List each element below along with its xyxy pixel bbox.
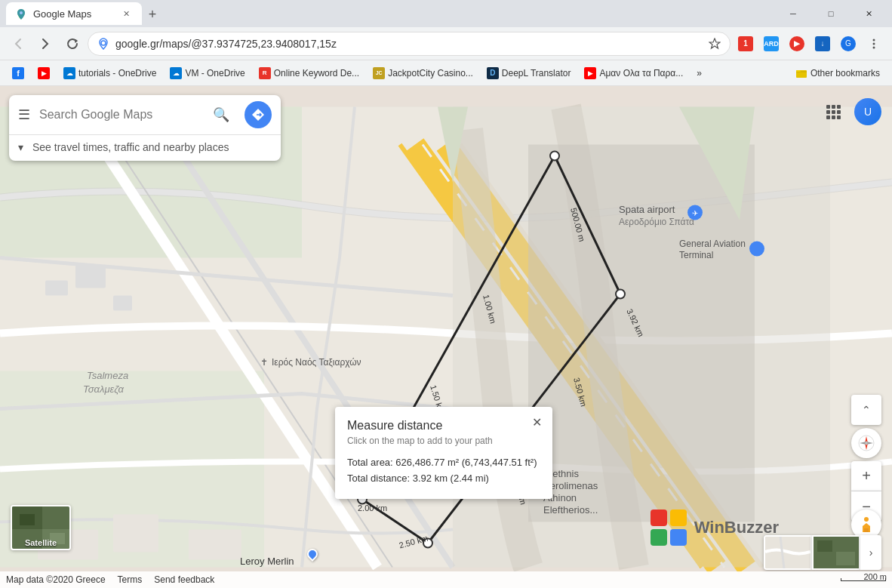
distance-label: Total distance:: [347, 473, 410, 484]
travel-times-row[interactable]: ▾ See travel times, traffic and nearby p…: [9, 134, 281, 161]
bookmark-deepl-label: DeepL Translator: [502, 68, 571, 79]
tab-bar: Google Maps ✕ +: [6, 2, 770, 25]
window-controls: ─ □ ✕: [776, 0, 886, 27]
back-button[interactable]: [6, 32, 30, 56]
star-icon: [709, 38, 721, 50]
send-feedback[interactable]: Send feedback: [154, 574, 214, 585]
zoom-in-button[interactable]: +: [851, 461, 881, 491]
svg-text:✝: ✝: [260, 357, 268, 368]
bookmark-facebook[interactable]: f: [6, 64, 30, 82]
bookmark-keyword[interactable]: R Online Keyword De...: [253, 64, 365, 82]
pegman-icon: [857, 516, 875, 534]
forward-button[interactable]: [33, 32, 57, 56]
search-panel: ☰ 🔍 ▾ See travel times, traffic and near…: [9, 95, 281, 161]
status-right: 200 m: [841, 578, 886, 581]
close-button[interactable]: ✕: [851, 0, 886, 27]
measure-popup: ✕ Measure distance Click on the map to a…: [335, 407, 552, 499]
bookmark-more[interactable]: »: [691, 65, 708, 82]
bookmark-onedrive1-label: tutorials - OneDrive: [78, 68, 156, 79]
maps-favicon-icon: [15, 8, 27, 20]
bookmark-youtube2[interactable]: ▶ Αμαν Ολα τα Παρα...: [578, 64, 689, 82]
new-tab-button[interactable]: +: [142, 4, 163, 25]
extension-btn-3[interactable]: ▶: [785, 32, 809, 56]
satellite-layer-btn[interactable]: [812, 535, 860, 570]
address-text: google.gr/maps/@37.9374725,23.9408017,15…: [115, 38, 703, 50]
other-bookmarks[interactable]: Other bookmarks: [789, 64, 886, 82]
user-profile-button[interactable]: U: [854, 98, 881, 125]
youtube2-favicon: ▶: [584, 67, 596, 79]
maximize-button[interactable]: □: [814, 0, 848, 27]
svg-text:Αεροδρόμιο Σπάτα: Αεροδρόμιο Σπάτα: [619, 217, 694, 227]
bookmark-onedrive2[interactable]: ☁ VM - OneDrive: [164, 64, 251, 82]
expand-layers-button[interactable]: ›: [860, 535, 881, 570]
svg-rect-53: [826, 115, 830, 119]
svg-rect-54: [832, 115, 835, 119]
expand-map-button[interactable]: ⌃: [851, 395, 881, 425]
svg-text:Τσαλμεζα: Τσαλμεζα: [83, 383, 125, 395]
compass-button[interactable]: [851, 428, 881, 458]
measure-popup-title: Measure distance: [347, 419, 537, 433]
directions-button[interactable]: [245, 101, 272, 128]
measure-popup-close[interactable]: ✕: [528, 413, 546, 431]
bookmark-deepl[interactable]: D DeepL Translator: [481, 64, 577, 82]
jackpot-favicon: JC: [373, 67, 385, 79]
active-tab[interactable]: Google Maps ✕: [6, 2, 142, 25]
bookmark-onedrive1[interactable]: ☁ tutorials - OneDrive: [57, 64, 162, 82]
extension-btn-2[interactable]: ARD: [759, 32, 783, 56]
svg-point-1: [101, 41, 106, 45]
bookmark-onedrive2-label: VM - OneDrive: [185, 68, 245, 79]
svg-rect-49: [837, 105, 841, 109]
onedrive-favicon: ☁: [63, 67, 75, 79]
svg-text:Spata airport: Spata airport: [619, 204, 675, 215]
back-icon: [11, 36, 26, 51]
scale-bar: 200 m: [841, 578, 886, 581]
bookmarks-bar: f ▶ ☁ tutorials - OneDrive ☁ VM - OneDri…: [0, 60, 892, 86]
map-status-bar: Map data ©2020 Greece Terms Send feedbac…: [0, 571, 892, 588]
svg-rect-70: [836, 552, 855, 565]
extension-btn-1[interactable]: 1: [734, 32, 758, 56]
bookmark-more-label: »: [697, 68, 702, 79]
menu-button[interactable]: [862, 32, 886, 56]
svg-rect-61: [651, 509, 667, 526]
address-bar[interactable]: google.gr/maps/@37.9374725,23.9408017,15…: [88, 32, 731, 56]
map-container[interactable]: 500.00 m 1.00 km 1.50 km 2.00 km 2.50 km…: [0, 86, 892, 588]
keyword-favicon: R: [259, 67, 271, 79]
apps-grid-icon: [825, 103, 841, 120]
minimize-button[interactable]: ─: [776, 0, 810, 27]
bookmark-jackpot[interactable]: JC JackpotCity Casino...: [367, 64, 479, 82]
three-dots-icon: [867, 37, 881, 51]
onedrive2-favicon: ☁: [170, 67, 182, 79]
svg-rect-16: [113, 515, 158, 553]
satellite-thumb[interactable]: Satellite: [11, 505, 71, 550]
search-input[interactable]: [39, 108, 204, 122]
svg-text:Eleftherios...: Eleftherios...: [543, 504, 598, 516]
refresh-icon: [65, 36, 80, 51]
profile-icon-btn[interactable]: G: [836, 32, 860, 56]
tab-close-button[interactable]: ✕: [119, 7, 133, 20]
map-layer-btn[interactable]: [764, 535, 812, 570]
svg-rect-69: [817, 540, 832, 552]
compass-icon: [858, 435, 875, 451]
folder-icon: [795, 67, 807, 79]
svg-point-38: [749, 242, 764, 257]
distance-line: Total distance: 3.92 km (2.44 mi): [347, 471, 537, 487]
svg-text:✈: ✈: [692, 209, 698, 217]
map-terms[interactable]: Terms: [118, 574, 143, 585]
svg-point-18: [550, 152, 559, 161]
apps-button[interactable]: [818, 97, 848, 127]
svg-rect-52: [837, 110, 841, 114]
satellite-label: Satellite: [12, 538, 69, 547]
svg-rect-63: [651, 529, 667, 546]
refresh-button[interactable]: [60, 32, 85, 56]
tab-title: Google Maps: [33, 8, 113, 20]
distance-value: 3.92 km (2.44 mi): [413, 473, 489, 484]
svg-rect-12: [45, 281, 68, 296]
bookmark-youtube[interactable]: ▶: [32, 64, 56, 82]
svg-point-2: [873, 38, 875, 41]
svg-rect-13: [75, 266, 106, 288]
hamburger-icon[interactable]: ☰: [18, 106, 30, 123]
chevron-down-icon: ▾: [18, 141, 23, 153]
search-button[interactable]: 🔍: [213, 106, 229, 123]
extension-btn-4[interactable]: ↓: [810, 32, 835, 56]
svg-rect-17: [189, 530, 241, 560]
